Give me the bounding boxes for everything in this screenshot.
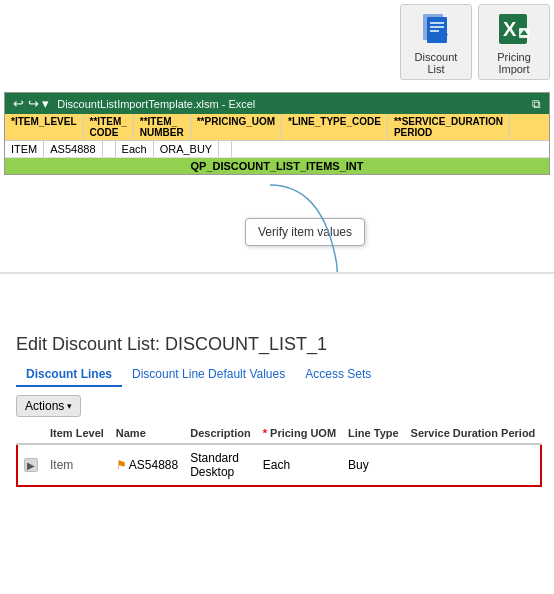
row-service-duration xyxy=(405,444,542,486)
page-title: Edit Discount List: DISCOUNT_LIST_1 xyxy=(16,334,538,355)
actions-dropdown-arrow: ▾ xyxy=(67,401,72,411)
excel-data-item-number xyxy=(103,141,116,157)
svg-rect-6 xyxy=(444,28,446,35)
excel-header-row: *ITEM_LEVEL **ITEM_CODE **ITEM_NUMBER **… xyxy=(5,114,549,141)
verify-tooltip: Verify item values xyxy=(245,218,365,246)
excel-col-item-level: *ITEM_LEVEL xyxy=(5,114,84,140)
actions-bar: Actions ▾ xyxy=(16,395,538,417)
excel-filename: DiscountListImportTemplate.xlsm - Excel xyxy=(57,98,255,110)
excel-col-item-number: **ITEM_NUMBER xyxy=(134,114,191,140)
table-header: Item Level Name Description Pricing UOM … xyxy=(17,423,541,444)
excel-col-service: **SERVICE_DURATIONPERIOD xyxy=(388,114,510,140)
pricing-import-button[interactable]: X Pricing Import xyxy=(478,4,550,80)
row-name: ⚑ AS54888 xyxy=(110,444,184,486)
row-line-type: Buy xyxy=(342,444,405,486)
row-description: Standard Desktop xyxy=(184,444,257,486)
row-item-level: Item xyxy=(44,444,110,486)
col-item-level: Item Level xyxy=(44,423,110,444)
discount-list-label: Discount List xyxy=(409,51,463,75)
excel-data-pricing-uom: Each xyxy=(116,141,154,157)
svg-text:X: X xyxy=(503,18,517,40)
excel-restore-icon: ⧉ xyxy=(532,97,541,111)
row-pricing-uom: Each xyxy=(257,444,342,486)
table-row[interactable]: ▶ Item ⚑ AS54888 Standard Desktop Each xyxy=(17,444,541,486)
excel-data-item-level: ITEM xyxy=(5,141,44,157)
oracle-ui-area: Edit Discount List: DISCOUNT_LIST_1 Disc… xyxy=(0,272,554,594)
warning-icon: ⚑ xyxy=(116,458,127,472)
excel-data-row: ITEM AS54888 Each ORA_BUY xyxy=(5,141,549,158)
actions-button[interactable]: Actions ▾ xyxy=(16,395,81,417)
col-description: Description xyxy=(184,423,257,444)
discount-list-icon xyxy=(416,9,456,49)
excel-title-bar: ↩ ↪ ▾ DiscountListImportTemplate.xlsm - … xyxy=(5,93,549,114)
excel-data-item-code: AS54888 xyxy=(44,141,102,157)
col-service-duration: Service Duration Period xyxy=(405,423,542,444)
excel-function-name: QP_DISCOUNT_LIST_ITEMS_INT xyxy=(191,160,364,172)
actions-label: Actions xyxy=(25,399,64,413)
toolbar: Discount List X Pricing Import xyxy=(400,4,550,80)
row-expander-icon[interactable]: ▶ xyxy=(24,458,38,472)
col-line-type: Line Type xyxy=(342,423,405,444)
table-body: ▶ Item ⚑ AS54888 Standard Desktop Each xyxy=(17,444,541,486)
data-table: Item Level Name Description Pricing UOM … xyxy=(16,423,542,487)
tab-discount-lines[interactable]: Discount Lines xyxy=(16,363,122,387)
excel-data-line-type: ORA_BUY xyxy=(154,141,220,157)
tab-discount-line-default-values[interactable]: Discount Line Default Values xyxy=(122,363,295,387)
excel-data-service xyxy=(219,141,232,157)
row-expander-cell[interactable]: ▶ xyxy=(17,444,44,486)
col-pricing-uom: Pricing UOM xyxy=(257,423,342,444)
excel-spreadsheet: ↩ ↪ ▾ DiscountListImportTemplate.xlsm - … xyxy=(4,92,550,175)
col-name: Name xyxy=(110,423,184,444)
pricing-import-icon: X xyxy=(494,9,534,49)
tab-access-sets[interactable]: Access Sets xyxy=(295,363,381,387)
excel-col-pricing-uom: **PRICING_UOM xyxy=(191,114,282,140)
excel-function-row: QP_DISCOUNT_LIST_ITEMS_INT xyxy=(5,158,549,174)
pricing-import-label: Pricing Import xyxy=(487,51,541,75)
discount-list-button[interactable]: Discount List xyxy=(400,4,472,80)
tabs-row: Discount Lines Discount Line Default Val… xyxy=(16,363,538,387)
excel-undo-icon: ↩ ↪ ▾ xyxy=(13,96,49,111)
excel-col-line-type: *LINE_TYPE_CODE xyxy=(282,114,388,140)
excel-col-item-code: **ITEM_CODE xyxy=(84,114,134,140)
table-header-row: Item Level Name Description Pricing UOM … xyxy=(17,423,541,444)
col-expander xyxy=(17,423,44,444)
